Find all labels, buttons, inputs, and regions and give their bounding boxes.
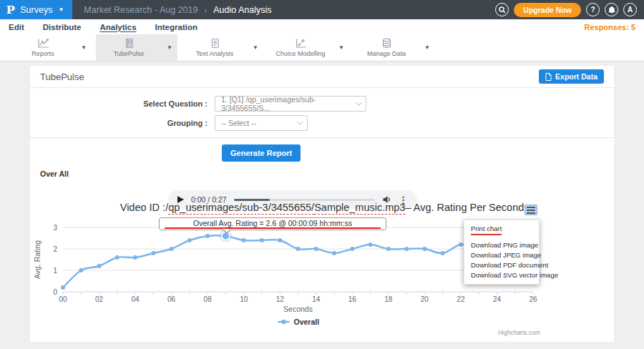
nav-item-integration[interactable]: Integration [155, 23, 197, 31]
tab-label: Manage Data [367, 50, 406, 57]
data-point[interactable] [205, 234, 210, 238]
menu-item-download-png[interactable]: Download PNG image [464, 240, 539, 250]
search-button[interactable] [495, 3, 509, 16]
data-point[interactable] [296, 247, 301, 251]
surveys-product-menu[interactable]: P Surveys ▼ [0, 0, 72, 19]
toolbar-group-tubepulse: TubePulse ▼ [96, 34, 177, 61]
page-content: TubePulse Export Data Select Question : … [0, 62, 644, 349]
data-point[interactable] [133, 255, 137, 260]
highcharts-credits[interactable]: Highcharts.com [498, 329, 540, 336]
data-point[interactable] [441, 251, 445, 255]
chart-title-part: – Avg. Rating Per Second [405, 202, 524, 213]
x-axis-tick-label: 16 [348, 295, 357, 303]
toolbar-group-manage-data: Manage Data ▼ [353, 34, 435, 61]
chevron-down-icon [297, 119, 303, 124]
tab-tubepulse-dropdown[interactable]: ▼ [162, 34, 177, 61]
chart-context-menu: Print chart Download PNG image Download … [464, 220, 540, 285]
database-icon [381, 38, 393, 49]
data-point[interactable] [314, 247, 318, 251]
account-button[interactable]: A [623, 3, 637, 16]
data-point[interactable] [79, 268, 83, 272]
tab-text-analysis-dropdown[interactable]: ▼ [248, 34, 263, 61]
x-axis-tick-label: 00 [59, 295, 67, 303]
help-button[interactable]: ? [586, 3, 600, 16]
form-divider [30, 137, 614, 138]
x-axis-tick-label: 26 [529, 295, 537, 303]
chart-context-menu-button[interactable] [525, 205, 537, 215]
chart-tooltip: Overall Avg. Rating = 2.6 @ 00:00:09 hh:… [159, 217, 386, 230]
surveys-menu-label: Surveys [20, 5, 52, 15]
x-axis-tick-label: 14 [312, 295, 321, 303]
x-axis-tick-label: 06 [167, 295, 176, 303]
tab-reports[interactable]: Reports [10, 34, 76, 61]
data-point[interactable] [422, 247, 426, 251]
data-point[interactable] [459, 242, 463, 247]
x-axis-tick-label: 20 [421, 295, 429, 303]
x-axis-tick-label: 22 [457, 295, 465, 303]
data-point[interactable] [151, 251, 155, 255]
y-axis-title: Avg. Rating [33, 240, 42, 279]
data-point[interactable] [332, 251, 336, 255]
overall-series-line [63, 235, 533, 287]
x-axis-tick-label: 08 [204, 295, 213, 303]
notifications-button[interactable] [605, 3, 618, 16]
question-select-value: 1. [Q1] /qp_userimages/sub-3/3455655/S..… [221, 95, 356, 112]
data-point[interactable] [115, 255, 119, 260]
rating-chart: Video ID :/qp_userimages/sub-3/3455655/S… [30, 199, 614, 342]
nav-item-edit[interactable]: Edit [9, 23, 24, 31]
x-axis-tick-label: 04 [132, 295, 140, 303]
data-point[interactable] [242, 238, 246, 242]
nav-item-analytics[interactable]: Analytics [99, 23, 136, 31]
tab-choice-modelling-dropdown[interactable]: ▼ [333, 34, 349, 61]
data-point[interactable] [170, 247, 174, 251]
data-point[interactable] [404, 247, 409, 251]
grouping-select[interactable]: -- Select -- [215, 115, 308, 131]
chart-title-part: qp_userimages/sub-3/3455655/ [168, 202, 314, 215]
menu-item-download-jpeg[interactable]: Download JPEG image [464, 250, 539, 260]
export-file-icon [545, 73, 552, 81]
nav-item-distribute[interactable]: Distribute [43, 23, 82, 31]
legend-label[interactable]: Overall [294, 318, 320, 326]
data-point[interactable] [350, 247, 354, 251]
menu-item-print-chart[interactable]: Print chart [464, 223, 539, 235]
tab-label: TubePulse [114, 50, 145, 57]
tab-choice-modelling[interactable]: Choice Modelling [268, 34, 333, 61]
tooltip-pointer [223, 229, 230, 232]
tab-reports-dropdown[interactable]: ▼ [76, 34, 92, 61]
tab-manage-data[interactable]: Manage Data [353, 34, 419, 61]
grouping-label: Grouping : [30, 119, 215, 127]
tab-tubepulse[interactable]: TubePulse [96, 34, 162, 61]
select-question-label: Select Question : [30, 99, 215, 108]
data-point[interactable] [386, 247, 391, 251]
grouping-row: Grouping : -- Select -- [30, 115, 614, 131]
y-axis-tick-label: 3 [53, 224, 57, 232]
upgrade-now-button[interactable]: Upgrade Now [514, 3, 581, 17]
data-point[interactable] [260, 238, 264, 242]
scatter-chart-icon [295, 38, 307, 49]
data-point[interactable] [369, 242, 373, 247]
export-data-button[interactable]: Export Data [539, 69, 604, 84]
responses-count[interactable]: Responses: 5 [584, 23, 635, 31]
x-axis-tick-label: 24 [493, 295, 502, 303]
data-point[interactable] [97, 264, 102, 268]
chart-tooltip-text: Overall Avg. Rating = 2.6 @ 00:00:09 hh:… [193, 219, 352, 227]
video-book-icon [123, 38, 135, 49]
document-icon [209, 38, 221, 49]
tab-text-analysis[interactable]: Text Analysis [182, 34, 248, 61]
chart-title-part: Sample_music.mp3 [314, 202, 405, 215]
data-point[interactable] [278, 238, 282, 242]
menu-item-download-pdf[interactable]: Download PDF document [464, 260, 539, 270]
data-point[interactable] [61, 285, 65, 290]
chart-title-part: Video ID :/ [120, 202, 168, 213]
toolbar-group-choice-modelling: Choice Modelling ▼ [268, 34, 349, 61]
breadcrumb-project[interactable]: Market Research - Aug 2019 [84, 5, 197, 15]
panel-header: TubePulse Export Data [30, 66, 614, 88]
menu-item-download-svg[interactable]: Download SVG vector image [464, 270, 539, 280]
y-axis-tick-label: 2 [53, 245, 57, 253]
generate-report-button[interactable]: Generate Report [222, 144, 301, 162]
questionpro-logo: P [6, 4, 14, 16]
data-point[interactable] [187, 238, 192, 242]
tab-manage-data-dropdown[interactable]: ▼ [419, 34, 435, 61]
question-select[interactable]: 1. [Q1] /qp_userimages/sub-3/3455655/S..… [215, 96, 366, 112]
breadcrumb-current-page: Audio Analysis [213, 5, 271, 15]
